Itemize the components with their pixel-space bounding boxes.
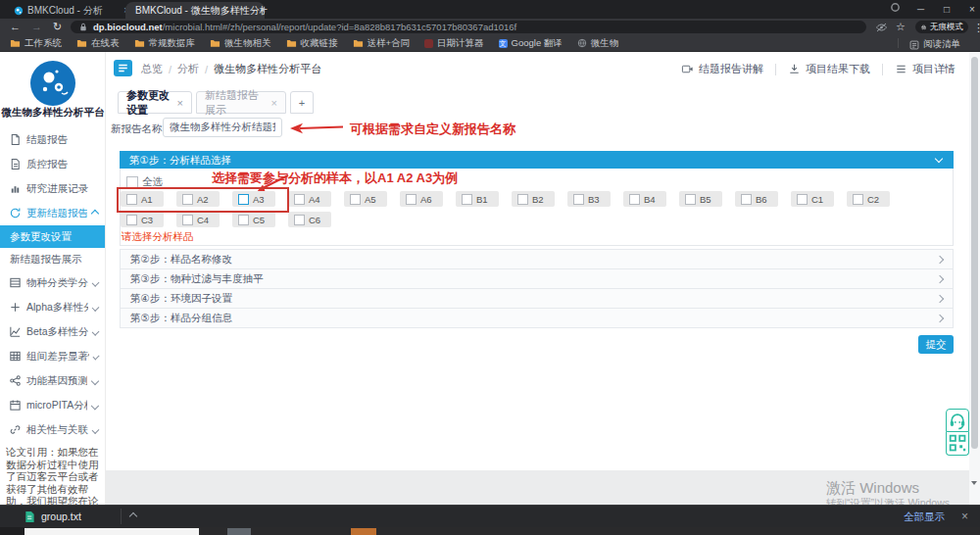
bookmark-item[interactable]: 送样+合同 bbox=[353, 37, 411, 50]
checkbox-icon[interactable] bbox=[350, 194, 361, 205]
sample-checkbox-a4[interactable]: A4 bbox=[288, 191, 331, 207]
sample-checkbox-b2[interactable]: B2 bbox=[512, 191, 555, 207]
sidebar-item-beta[interactable]: Beta多样性分析 bbox=[0, 319, 105, 344]
sidebar-item-alpha[interactable]: Alpha多样性分析 bbox=[0, 295, 105, 319]
sidebar-item-qc-report[interactable]: 质控报告 bbox=[0, 152, 105, 176]
bookmark-item[interactable]: 微生物 bbox=[577, 37, 619, 50]
report-explain-button[interactable]: 结题报告讲解 bbox=[681, 62, 763, 76]
bookmark-item[interactable]: 文Google 翻译 bbox=[499, 37, 563, 50]
scrollbar-thumb[interactable] bbox=[971, 57, 978, 449]
sample-checkbox-a5[interactable]: A5 bbox=[344, 191, 387, 207]
bookmark-item[interactable]: 日期计算器 bbox=[424, 37, 484, 50]
sample-checkbox-a6[interactable]: A6 bbox=[400, 191, 443, 207]
checkbox-icon[interactable] bbox=[182, 215, 193, 225]
sample-checkbox-a3[interactable]: A3 bbox=[232, 191, 275, 207]
taskbar-app-gray[interactable] bbox=[227, 528, 251, 535]
back-icon[interactable]: ← bbox=[10, 19, 21, 35]
bookmark-item[interactable]: 微生物相关 bbox=[210, 37, 271, 50]
sample-checkbox-b3[interactable]: B3 bbox=[567, 191, 611, 207]
sample-checkbox-c1[interactable]: C1 bbox=[791, 191, 834, 207]
sidebar-subitem-new-report[interactable]: 新结题报告展示 bbox=[0, 248, 105, 270]
sidebar-item-report[interactable]: 结题报告 bbox=[0, 127, 105, 152]
chevron-up-icon[interactable] bbox=[129, 512, 137, 520]
taskbar-app-orange[interactable] bbox=[351, 528, 376, 535]
taskbar-start-area[interactable] bbox=[0, 527, 24, 535]
add-tab-button[interactable]: + bbox=[290, 91, 314, 114]
sample-checkbox-b6[interactable]: B6 bbox=[735, 191, 778, 207]
select-all-checkbox[interactable] bbox=[126, 176, 138, 188]
browser-tab-2[interactable]: BMKCloud - 微生物多样性分析 × bbox=[125, 2, 265, 19]
sample-checkbox-b5[interactable]: B5 bbox=[679, 191, 722, 207]
sidebar-item-correlation[interactable]: 相关性与关联分析 bbox=[0, 417, 105, 442]
step5-header[interactable]: 第⑤步：样品分组信息 bbox=[120, 309, 954, 328]
new-tab-button[interactable]: + bbox=[261, 3, 268, 17]
sidebar-item-taxonomy[interactable]: 物种分类学分析 bbox=[0, 270, 105, 295]
checkbox-icon[interactable] bbox=[853, 194, 863, 205]
sample-checkbox-a2[interactable]: A2 bbox=[176, 191, 220, 207]
sample-checkbox-b1[interactable]: B1 bbox=[456, 191, 499, 207]
scrollbar-down-arrow[interactable] bbox=[971, 481, 977, 485]
window-close-button[interactable]: × bbox=[969, 2, 975, 17]
breadcrumb-item[interactable]: 总览 bbox=[141, 62, 163, 76]
forward-icon[interactable]: → bbox=[31, 19, 42, 35]
eye-off-icon[interactable] bbox=[875, 22, 888, 33]
checkbox-icon[interactable] bbox=[238, 215, 249, 225]
taskbar-window-preview[interactable] bbox=[24, 528, 199, 535]
refresh-icon[interactable]: ↻ bbox=[53, 19, 62, 35]
tab-close-icon[interactable]: × bbox=[271, 97, 277, 109]
step1-header[interactable]: 第①步：分析样品选择 bbox=[120, 151, 954, 169]
report-name-input[interactable] bbox=[163, 118, 282, 137]
checkbox-icon[interactable] bbox=[406, 194, 416, 205]
customer-service-button[interactable] bbox=[946, 409, 969, 432]
bookmark-star-icon[interactable]: ☆ bbox=[896, 19, 906, 35]
sidebar-item-micropita[interactable]: microPITA分析 bbox=[0, 393, 105, 417]
checkbox-icon[interactable] bbox=[126, 215, 137, 225]
sidebar-item-update-report[interactable]: 更新结题报告 bbox=[0, 201, 105, 225]
step4-header[interactable]: 第④步：环境因子设置 bbox=[120, 289, 954, 309]
checkbox-icon[interactable] bbox=[629, 194, 640, 205]
tab-param-settings[interactable]: 参数更改设置× bbox=[118, 91, 192, 114]
step3-header[interactable]: 第③步：物种过滤与丰度抽平 bbox=[120, 269, 954, 289]
collapse-menu-button[interactable] bbox=[114, 60, 132, 76]
sample-checkbox-c5[interactable]: C5 bbox=[232, 212, 275, 227]
reading-list-button[interactable]: 阅读清单 bbox=[909, 38, 960, 51]
breadcrumb-item[interactable]: 分析 bbox=[177, 62, 199, 76]
tab-new-report[interactable]: 新结题报告展示× bbox=[196, 91, 286, 114]
checkbox-icon[interactable] bbox=[182, 194, 193, 205]
checkbox-icon[interactable] bbox=[685, 194, 696, 205]
bookmark-item[interactable]: 常规数据库 bbox=[134, 37, 196, 50]
step2-header[interactable]: 第②步：样品名称修改 bbox=[120, 249, 954, 269]
sample-checkbox-c6[interactable]: C6 bbox=[288, 212, 331, 227]
window-minimize-button[interactable]: ─ bbox=[917, 2, 924, 17]
bookmark-item[interactable]: 工作系统 bbox=[10, 37, 62, 50]
qr-code-button[interactable] bbox=[946, 432, 969, 456]
sidebar-item-diff-analysis[interactable]: 组间差异显著性分析 bbox=[0, 344, 105, 368]
sample-checkbox-c3[interactable]: C3 bbox=[121, 212, 164, 227]
window-maximize-button[interactable]: □ bbox=[944, 2, 950, 17]
checkbox-icon[interactable] bbox=[741, 194, 752, 205]
sample-checkbox-c2[interactable]: C2 bbox=[847, 191, 890, 207]
sidebar-subitem-param-settings[interactable]: 参数更改设置 bbox=[0, 225, 105, 248]
browser-tab-1[interactable]: BMKCloud - 分析 × bbox=[8, 2, 135, 19]
profile-icon[interactable] bbox=[890, 2, 901, 17]
tab-close-icon[interactable]: × bbox=[177, 97, 183, 109]
sample-checkbox-a1[interactable]: A1 bbox=[121, 191, 164, 207]
submit-button[interactable]: 提交 bbox=[918, 335, 954, 354]
checkbox-icon[interactable] bbox=[573, 194, 584, 205]
incognito-badge[interactable]: 无痕模式 bbox=[915, 21, 968, 33]
checkbox-icon[interactable] bbox=[294, 194, 305, 205]
checkbox-icon[interactable] bbox=[797, 194, 808, 205]
project-download-button[interactable]: 项目结果下载 bbox=[788, 62, 870, 76]
checkbox-icon[interactable] bbox=[517, 194, 528, 205]
browser-menu-icon[interactable]: ⋮ bbox=[973, 20, 980, 36]
bookmark-item[interactable]: 在线表 bbox=[76, 37, 120, 50]
sidebar-item-progress[interactable]: 研究进展记录 bbox=[0, 176, 105, 201]
download-item[interactable]: group.txt bbox=[24, 509, 136, 524]
sidebar-item-gene-prediction[interactable]: 功能基因预测 bbox=[0, 368, 105, 393]
checkbox-icon[interactable] bbox=[462, 194, 472, 205]
checkbox-icon[interactable] bbox=[294, 215, 305, 225]
close-shelf-icon[interactable]: × bbox=[961, 510, 968, 523]
show-all-downloads-button[interactable]: 全部显示 bbox=[904, 511, 945, 524]
page-scrollbar[interactable] bbox=[969, 52, 980, 505]
project-detail-button[interactable]: 项目详情 bbox=[895, 62, 956, 76]
